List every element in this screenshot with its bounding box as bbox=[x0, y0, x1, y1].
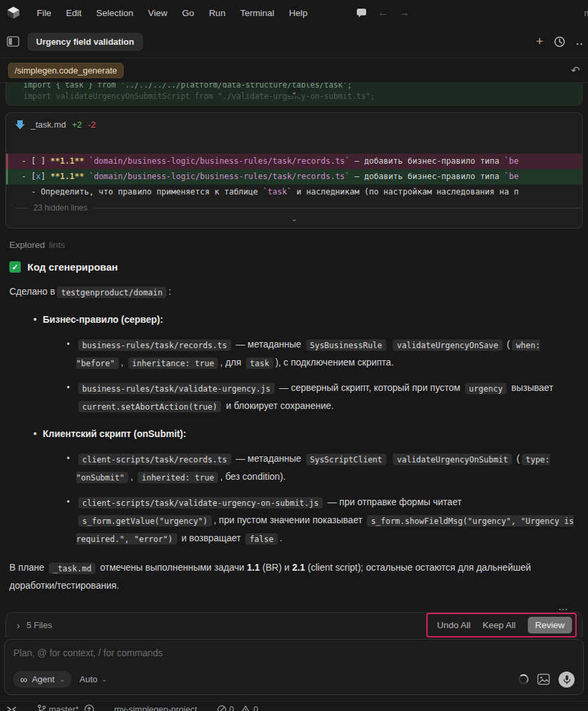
model-label: Auto bbox=[80, 674, 98, 684]
review-button[interactable]: Review bbox=[528, 617, 572, 633]
problems-indicator[interactable]: 0 0 bbox=[217, 704, 258, 711]
inline-code: validateUrgencyOnSave bbox=[393, 339, 502, 351]
scrolled-code-card: import { task } from '../../../../platfo… bbox=[5, 83, 583, 106]
expand-chevron-icon[interactable]: ⌄ bbox=[287, 88, 300, 96]
error-icon bbox=[217, 705, 227, 711]
list-item: client-scripts/task/validate-urgency-on-… bbox=[9, 493, 579, 547]
text-run bbox=[388, 453, 391, 464]
panel-toggle-icon[interactable] bbox=[7, 36, 19, 47]
git-branch-icon bbox=[37, 704, 46, 711]
text-run: , при пустом значении показывает bbox=[214, 515, 365, 525]
explored-detail: lints bbox=[49, 240, 65, 250]
chat-bubble-icon[interactable] bbox=[356, 8, 367, 18]
text-run: — при отправке формы читает bbox=[325, 496, 462, 507]
menu-run[interactable]: Run bbox=[202, 8, 233, 18]
back-arrow-icon[interactable]: ← bbox=[378, 7, 388, 19]
hidden-lines-label: 23 hidden lines bbox=[33, 203, 88, 212]
text-run: - [ ] bbox=[21, 156, 50, 166]
message-more-icon[interactable]: ... bbox=[9, 602, 568, 612]
menu-view[interactable]: View bbox=[141, 8, 175, 18]
text-run: x bbox=[36, 172, 41, 181]
chat-tab-title[interactable]: Urgency field validation bbox=[27, 33, 143, 51]
app-logo-icon bbox=[7, 6, 20, 19]
list-item: business-rules/task/validate-urgency.js … bbox=[9, 379, 579, 415]
diff-card-header[interactable]: _task.md +2 -2 bbox=[6, 113, 582, 136]
diff-card-task-md[interactable]: _task.md +2 -2 - [ ] **1.1** `domain/bus… bbox=[5, 112, 583, 229]
menu-go[interactable]: Go bbox=[175, 8, 202, 18]
fold-chevron-icon[interactable]: ⌄ bbox=[6, 212, 582, 228]
undo-all-button[interactable]: Undo All bbox=[437, 620, 470, 630]
explored-label: Explored bbox=[9, 240, 45, 250]
mode-selector[interactable]: ∞ Agent ⌄ bbox=[13, 671, 71, 688]
chevron-down-icon: ⌄ bbox=[102, 676, 107, 683]
spinner-icon bbox=[519, 674, 529, 684]
text-run: **1.1** bbox=[50, 172, 84, 181]
slash-command-pill[interactable]: /simplegen.code_generate bbox=[8, 63, 124, 78]
files-toggle[interactable]: › 5 Files bbox=[17, 620, 52, 631]
text-run: , без condition). bbox=[220, 471, 285, 482]
hidden-lines-row[interactable]: 23 hidden lines bbox=[6, 200, 582, 212]
text-run: ( bbox=[514, 453, 520, 464]
inline-code: testgenproduct/domain bbox=[57, 287, 166, 298]
new-chat-icon[interactable]: + bbox=[536, 34, 543, 49]
inline-code: false bbox=[245, 533, 277, 545]
text-run: - [ bbox=[21, 172, 36, 181]
keep-all-button[interactable]: Keep All bbox=[482, 620, 516, 630]
history-icon[interactable] bbox=[554, 36, 565, 47]
remote-icon[interactable] bbox=[7, 704, 17, 711]
section-title-client-script: Клиентский скрипт (onSubmit): bbox=[9, 425, 579, 442]
inline-code: validateUrgencyOnSubmit bbox=[393, 454, 512, 465]
list-item: business-rules/task/records.ts — метадан… bbox=[9, 335, 579, 372]
review-highlight-annotation: Undo All Keep All Review bbox=[426, 613, 577, 637]
divider bbox=[15, 208, 27, 208]
diff-filename: _task.md bbox=[31, 120, 66, 130]
menu-file[interactable]: File bbox=[29, 8, 59, 18]
assistant-message: Exploredlints ✓ Код сгенерирован Сделано… bbox=[0, 229, 588, 612]
text-run bbox=[388, 339, 391, 349]
menu-edit[interactable]: Edit bbox=[59, 8, 89, 18]
titlebar-partial-text: m bbox=[584, 8, 588, 18]
inline-code: task bbox=[246, 358, 273, 369]
text-run: . bbox=[280, 533, 283, 543]
menu-terminal[interactable]: Terminal bbox=[233, 8, 281, 18]
image-icon[interactable] bbox=[537, 674, 550, 685]
chat-input[interactable]: Plan, @ for context, / for commands bbox=[13, 648, 575, 658]
restore-checkpoint-icon[interactable]: ↶ bbox=[571, 64, 580, 77]
changed-files-bar: › 5 Files Undo All Keep All Review bbox=[5, 612, 583, 637]
diff-deletions: -2 bbox=[88, 120, 96, 130]
mic-icon[interactable] bbox=[559, 672, 575, 688]
text-run: — добавить бизнес-правило типа bbox=[349, 156, 504, 166]
inline-code: SysScriptClient bbox=[306, 454, 386, 465]
text-run: — метаданные bbox=[233, 339, 304, 349]
inline-code: current.setAbortAction(true) bbox=[78, 401, 221, 412]
text-run: — серверный скрипт, который при пустом bbox=[277, 382, 463, 393]
model-selector[interactable]: Auto ⌄ bbox=[80, 674, 107, 684]
diff-line-removed: - [ ] **1.1** `domain/business-logic/bus… bbox=[6, 154, 582, 169]
chat-input-panel[interactable]: Plan, @ for context, / for commands ∞ Ag… bbox=[4, 639, 584, 695]
command-row: /simplegen.code_generate ↶ bbox=[0, 57, 588, 83]
text-run: Сделано в bbox=[9, 286, 55, 297]
text-run: и блокирует сохранение. bbox=[223, 400, 333, 411]
list-item: client-scripts/task/records.ts — метадан… bbox=[9, 450, 579, 486]
menu-help[interactable]: Help bbox=[281, 8, 315, 18]
divider bbox=[94, 208, 582, 208]
git-branch-indicator[interactable]: master* bbox=[37, 704, 94, 711]
menu-selection[interactable]: Selection bbox=[89, 8, 141, 18]
forward-arrow-icon[interactable]: → bbox=[399, 7, 410, 19]
chevron-right-icon: › bbox=[17, 620, 20, 631]
diff-line-added: - [x] **1.1** `domain/business-logic/bus… bbox=[6, 169, 582, 184]
project-name[interactable]: my-simplegen-project bbox=[114, 704, 197, 711]
text-run: В плане bbox=[9, 562, 47, 573]
chat-panel-header: Urgency field validation + .. bbox=[0, 25, 588, 57]
text-run: ( bbox=[504, 339, 510, 349]
inline-code: client-scripts/task/validate-urgency-on-… bbox=[78, 497, 323, 509]
text-run: вызывает bbox=[508, 382, 553, 393]
explored-lints[interactable]: Exploredlints bbox=[9, 240, 579, 250]
branch-name: master* bbox=[49, 704, 79, 711]
sync-icon bbox=[84, 704, 94, 711]
diff-additions: +2 bbox=[72, 120, 82, 130]
titlebar: File Edit Selection View Go Run Terminal… bbox=[0, 0, 588, 25]
error-count: 0 bbox=[229, 704, 234, 711]
text-run: , bbox=[130, 471, 136, 482]
more-actions-icon[interactable]: .. bbox=[576, 36, 584, 47]
